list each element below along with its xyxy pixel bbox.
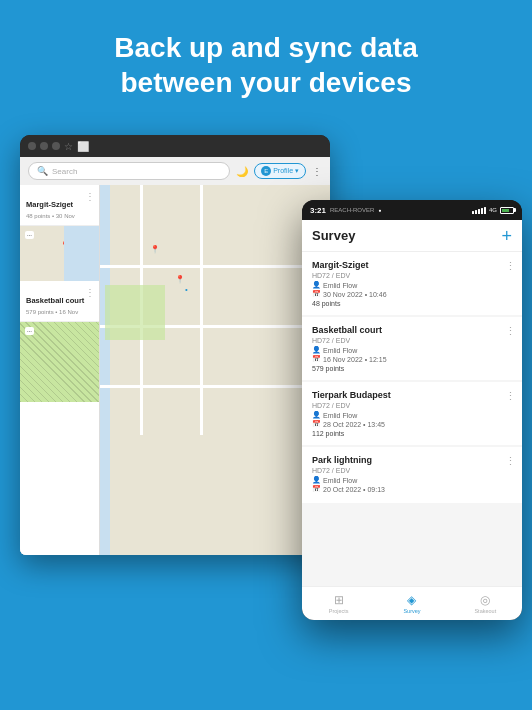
survey-item-0-user: 👤 Emlid Flow xyxy=(312,281,512,289)
survey-item-1-points: 579 points xyxy=(312,365,512,372)
survey-item-1[interactable]: Basketball court HD72 / EDV 👤 Emlid Flow… xyxy=(302,317,522,380)
projects-icon: ⊞ xyxy=(334,593,344,607)
map-road xyxy=(100,385,330,388)
laptop-dot-3 xyxy=(52,142,60,150)
profile-label: Profile ▾ xyxy=(273,167,299,175)
sidebar-item-basketball-meta: 579 points • 16 Nov xyxy=(26,309,93,315)
hero-text: Back up and sync data between your devic… xyxy=(0,30,532,100)
survey-item-3-user: 👤 Emlid Flow xyxy=(312,476,512,484)
survey-item-0-name: Margit-Sziget xyxy=(312,260,512,270)
map-park xyxy=(105,285,165,340)
statusbar-left: 3:21 REACH-ROVER ● xyxy=(310,206,381,215)
user-icon: 👤 xyxy=(312,346,321,354)
map-dots-menu-3[interactable]: ··· xyxy=(25,327,34,335)
sidebar-map-preview-2: ··· xyxy=(20,322,99,402)
signal-bar-3 xyxy=(478,209,480,214)
survey-item-2-points: 112 points xyxy=(312,430,512,437)
survey-item-3-type: HD72 / EDV xyxy=(312,467,512,474)
survey-item-2-name: Tierpark Budapest xyxy=(312,390,512,400)
laptop-dot-2 xyxy=(40,142,48,150)
signal-bar-1 xyxy=(472,211,474,214)
survey-item-3[interactable]: Park lightning HD72 / EDV 👤 Emlid Flow 📅… xyxy=(302,447,522,503)
survey-item-1-type: HD72 / EDV xyxy=(312,337,512,344)
survey-item-0-type: HD72 / EDV xyxy=(312,272,512,279)
laptop-toolbar: 🔍 Search 🌙 E Profile ▾ ⋮ xyxy=(20,157,330,185)
signal-bar-5 xyxy=(484,207,486,214)
sidebar-item-basketball[interactable]: Basketball court 579 points • 16 Nov ⋮ xyxy=(20,281,99,322)
map-road xyxy=(100,265,330,268)
map-pin-1: 📍 xyxy=(150,245,160,254)
survey-item-1-user: 👤 Emlid Flow xyxy=(312,346,512,354)
survey-item-3-date: 📅 20 Oct 2022 • 09:13 xyxy=(312,485,512,493)
survey-item-2-user: 👤 Emlid Flow xyxy=(312,411,512,419)
search-icon: 🔍 xyxy=(37,166,48,176)
map-water-small xyxy=(64,226,99,281)
sidebar-map-preview-1: ··· 📍 xyxy=(20,226,99,281)
user-icon: 👤 xyxy=(312,281,321,289)
map-dots-menu-2[interactable]: ··· xyxy=(25,231,34,239)
survey-item-2-menu[interactable]: ⋮ xyxy=(505,390,516,403)
calendar-icon: 📅 xyxy=(312,420,321,428)
survey-item-1-date: 📅 16 Nov 2022 • 12:15 xyxy=(312,355,512,363)
signal-bars xyxy=(472,206,486,214)
tablet-carrier: REACH-ROVER xyxy=(330,207,374,213)
window-icon: ⬜ xyxy=(77,141,89,152)
battery-fill xyxy=(502,209,509,212)
user-icon: 👤 xyxy=(312,476,321,484)
sidebar-item-margit[interactable]: Margit-Sziget 48 points • 30 Nov ⋮ xyxy=(20,185,99,226)
survey-item-1-name: Basketball court xyxy=(312,325,512,335)
nav-label-survey: Survey xyxy=(403,608,420,614)
statusbar-right: 4G xyxy=(472,206,514,214)
map-pin-2: 📍 xyxy=(175,275,185,284)
survey-item-3-menu[interactable]: ⋮ xyxy=(505,455,516,468)
survey-item-0-points: 48 points xyxy=(312,300,512,307)
sidebar-item-basketball-title: Basketball court xyxy=(26,296,84,305)
left-sidebar: Margit-Sziget 48 points • 30 Nov ⋮ ··· 📍… xyxy=(20,185,100,555)
calendar-icon: 📅 xyxy=(312,290,321,298)
sidebar-item-margit-meta: 48 points • 30 Nov xyxy=(26,213,93,219)
calendar-icon: 📅 xyxy=(312,485,321,493)
laptop-device: ☆ ⬜ 🔍 Search 🌙 E Profile ▾ ⋮ 📍 📍 • ··· xyxy=(20,135,330,555)
bookmark-icon: ☆ xyxy=(64,141,73,152)
laptop-dot-1 xyxy=(28,142,36,150)
laptop-map-content: 📍 📍 • ··· Margit-Sziget 48 points • 30 N… xyxy=(20,185,330,555)
signal-bar-4 xyxy=(481,208,483,214)
nav-item-survey[interactable]: ◈ Survey xyxy=(375,593,448,614)
laptop-titlebar: ☆ ⬜ xyxy=(20,135,330,157)
signal-bar-2 xyxy=(475,210,477,214)
tablet-statusbar: 3:21 REACH-ROVER ● 4G xyxy=(302,200,522,220)
survey-icon: ◈ xyxy=(407,593,416,607)
user-icon: 👤 xyxy=(312,411,321,419)
survey-item-0-date: 📅 30 Nov 2022 • 10:46 xyxy=(312,290,512,298)
nav-label-stakeout: Stakeout xyxy=(474,608,496,614)
survey-item-2[interactable]: Tierpark Budapest HD72 / EDV 👤 Emlid Flo… xyxy=(302,382,522,445)
night-mode-icon: 🌙 xyxy=(236,166,248,177)
map-road xyxy=(200,185,203,435)
tablet-time: 3:21 xyxy=(310,206,326,215)
battery-icon xyxy=(500,207,514,214)
calendar-icon: 📅 xyxy=(312,355,321,363)
nav-item-projects[interactable]: ⊞ Projects xyxy=(302,593,375,614)
survey-item-1-menu[interactable]: ⋮ xyxy=(505,325,516,338)
tablet-survey-list: Margit-Sziget HD72 / EDV 👤 Emlid Flow 📅 … xyxy=(302,252,522,586)
profile-button[interactable]: E Profile ▾ xyxy=(254,163,306,179)
laptop-search-bar[interactable]: 🔍 Search xyxy=(28,162,230,180)
stakeout-icon: ◎ xyxy=(480,593,490,607)
tablet-device: 3:21 REACH-ROVER ● 4G Survey + Margit-Sz xyxy=(302,200,522,620)
survey-item-2-date: 📅 28 Oct 2022 • 13:45 xyxy=(312,420,512,428)
add-survey-button[interactable]: + xyxy=(501,227,512,245)
search-placeholder: Search xyxy=(52,167,77,176)
map-pin-3: • xyxy=(185,285,188,294)
sidebar-item-margit-menu[interactable]: ⋮ xyxy=(85,191,95,202)
survey-item-3-name: Park lightning xyxy=(312,455,512,465)
sidebar-item-basketball-menu[interactable]: ⋮ xyxy=(85,287,95,298)
tablet-app-title: Survey xyxy=(312,228,355,243)
sidebar-item-margit-title: Margit-Sziget xyxy=(26,200,73,209)
tablet-navbar: ⊞ Projects ◈ Survey ◎ Stakeout xyxy=(302,586,522,620)
menu-dots-icon[interactable]: ⋮ xyxy=(312,166,322,177)
nav-item-stakeout[interactable]: ◎ Stakeout xyxy=(449,593,522,614)
survey-item-0-menu[interactable]: ⋮ xyxy=(505,260,516,273)
survey-item-0[interactable]: Margit-Sziget HD72 / EDV 👤 Emlid Flow 📅 … xyxy=(302,252,522,315)
connected-icon: ● xyxy=(378,207,381,213)
nav-label-projects: Projects xyxy=(329,608,349,614)
